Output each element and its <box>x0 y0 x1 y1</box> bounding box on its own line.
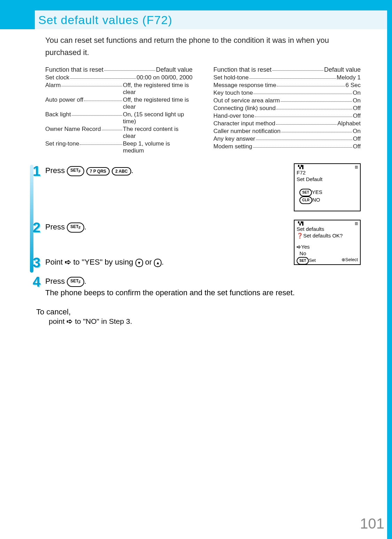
row-value: Off, the registered time is clear <box>123 82 193 96</box>
step-number-4: 4 <box>33 274 40 290</box>
defaults-col-left: Function that is reset Default value Set… <box>45 66 193 155</box>
table-row: Set hold-toneMelody 1 <box>213 74 361 81</box>
step-number-1: 1 <box>33 163 40 179</box>
row-value: Off <box>353 112 361 119</box>
clr-icon: CLR <box>299 196 312 204</box>
table-row: Back lightOn, (15 second light up time) <box>45 111 193 125</box>
table-row: Character input methodAlphabet <box>213 120 361 127</box>
battery-icon: ▥ <box>355 221 358 226</box>
row-value: On <box>353 128 361 135</box>
col-header-default: Default value <box>156 66 193 73</box>
table-row: Connecting (link) soundOff <box>213 105 361 112</box>
table-row: Caller number notificationOn <box>213 128 361 135</box>
col-header-function: Function that is reset <box>213 66 272 73</box>
set-f-button: SETF <box>67 222 84 232</box>
table-row: Out of service area alarmOn <box>213 97 361 104</box>
row-value: Melody 1 <box>337 74 361 81</box>
up-button: ▲ <box>154 259 162 267</box>
row-value: Beep 1, volume is medium <box>123 140 193 154</box>
row-function: Set hold-tone <box>213 74 249 81</box>
step-number-2: 2 <box>33 220 40 235</box>
top-band <box>0 0 392 10</box>
row-function: Caller number notification <box>213 128 281 135</box>
battery-icon: ▥ <box>355 165 358 170</box>
col-header-default: Default value <box>324 66 361 73</box>
row-function: Out of service area alarm <box>213 97 280 104</box>
header-dots <box>272 66 323 71</box>
row-value: Off <box>353 143 361 150</box>
row-dots <box>276 105 352 109</box>
row-dots <box>102 126 122 130</box>
row-value: 6 Sec <box>346 82 361 89</box>
set-f-button: SETF <box>67 166 84 176</box>
table-row: Modem settingOff <box>213 143 361 150</box>
row-dots <box>281 128 352 132</box>
question-icon: ❓ <box>297 233 303 239</box>
table-row: AlarmOff, the registered time is clear <box>45 82 193 96</box>
signal-icon: ▝▞▌ <box>297 221 305 226</box>
row-function: Hand-over tone <box>213 112 254 119</box>
row-dots <box>281 97 352 102</box>
step-number-3: 3 <box>33 255 40 271</box>
row-function: Back light <box>45 111 71 118</box>
row-dots <box>72 111 122 116</box>
screen-no-line: No <box>297 250 358 257</box>
cancel-title: To cancel, <box>36 307 361 317</box>
defaults-table: Function that is reset Default value Set… <box>45 66 361 155</box>
screen-line: ❓Set defaults OK? <box>297 233 358 239</box>
step-3-text: Point ➪ to "YES" by using ▼ or ▲. <box>45 256 361 268</box>
screen-yes-line: ➪Yes <box>297 244 358 250</box>
row-dots <box>70 74 136 79</box>
row-function: Connecting (link) sound <box>213 105 276 112</box>
table-row: Auto power offOff, the registered time i… <box>45 96 193 110</box>
step-4-result: The phone beeps to confirm the operation… <box>45 287 361 298</box>
row-dots <box>276 120 337 125</box>
set-icon: SET <box>299 189 312 196</box>
row-function: Any key answer <box>213 135 255 142</box>
steps: 1 Press SETF 7 P QRS 2 ABC. ▝▞▌▥ F72 Set… <box>45 165 361 298</box>
table-row: Hand-over toneOff <box>213 112 361 119</box>
row-value: Alphabet <box>337 120 361 127</box>
key-7-button: 7 P QRS <box>86 167 110 175</box>
title-accent-box <box>0 10 35 29</box>
pointer-icon: ➪ <box>65 258 71 266</box>
row-function: Character input method <box>213 120 275 127</box>
row-function: Key touch tone <box>213 89 253 96</box>
key-2-button: 2 ABC <box>112 167 131 175</box>
row-dots <box>277 82 345 86</box>
table-row: Key touch toneOn <box>213 89 361 96</box>
row-dots <box>253 89 352 94</box>
row-function: Owner Name Record <box>45 126 101 133</box>
table-row: Message response time6 Sec <box>213 82 361 89</box>
screen-line: F72 <box>297 170 358 176</box>
cancel-body: point ➪ to "NO" in Step 3. <box>49 317 361 326</box>
row-function: Set ring-tone <box>45 140 79 147</box>
signal-icon: ▝▞▌ <box>297 165 305 170</box>
screen-no-line: CLRNO <box>297 196 358 204</box>
intro-text: You can reset set functions and return t… <box>45 34 361 58</box>
header-dots <box>104 66 155 71</box>
table-row: Set ring-toneBeep 1, volume is medium <box>45 140 193 154</box>
row-dots <box>84 96 122 101</box>
screen-line: Set defaults <box>297 226 358 233</box>
row-function: Modem setting <box>213 143 252 150</box>
screen-line: Set Default <box>297 176 358 183</box>
side-stripe <box>387 0 392 539</box>
screen-yes-line: SETYES <box>297 189 358 196</box>
row-value: On <box>353 97 361 104</box>
defaults-col-right: Function that is reset Default value Set… <box>213 66 361 155</box>
table-row: Set clock00:00 on 00/00, 2000 <box>45 74 193 81</box>
row-dots <box>256 135 352 140</box>
step-4-text: Press SETF. The phone beeps to confirm t… <box>45 275 361 298</box>
down-button: ▼ <box>135 259 143 267</box>
row-dots <box>61 82 122 86</box>
row-value: 00:00 on 00/00, 2000 <box>136 74 193 81</box>
row-dots <box>253 143 352 148</box>
table-row: Any key answerOff <box>213 135 361 142</box>
table-row: Owner Name RecordThe record content is c… <box>45 126 193 140</box>
row-value: Off <box>353 105 361 112</box>
row-dots <box>80 140 122 145</box>
row-function: Message response time <box>213 82 276 89</box>
row-value: The record content is clear <box>123 126 193 140</box>
page-title: Set default values (F72) <box>38 13 172 27</box>
